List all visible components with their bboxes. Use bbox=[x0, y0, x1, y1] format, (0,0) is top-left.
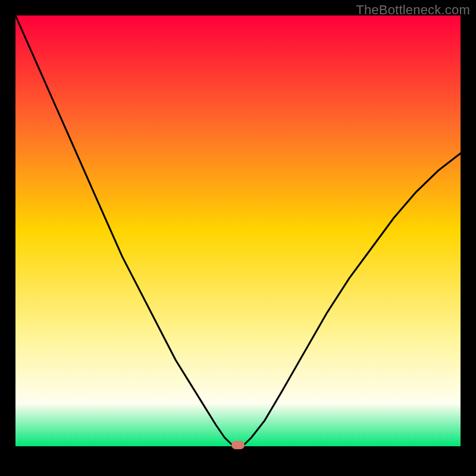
plot-background bbox=[15, 15, 461, 446]
optimum-marker bbox=[231, 441, 245, 449]
chart-container: TheBottleneck.com bbox=[0, 0, 476, 476]
source-attribution: TheBottleneck.com bbox=[356, 2, 470, 18]
bottleneck-chart bbox=[0, 0, 476, 476]
